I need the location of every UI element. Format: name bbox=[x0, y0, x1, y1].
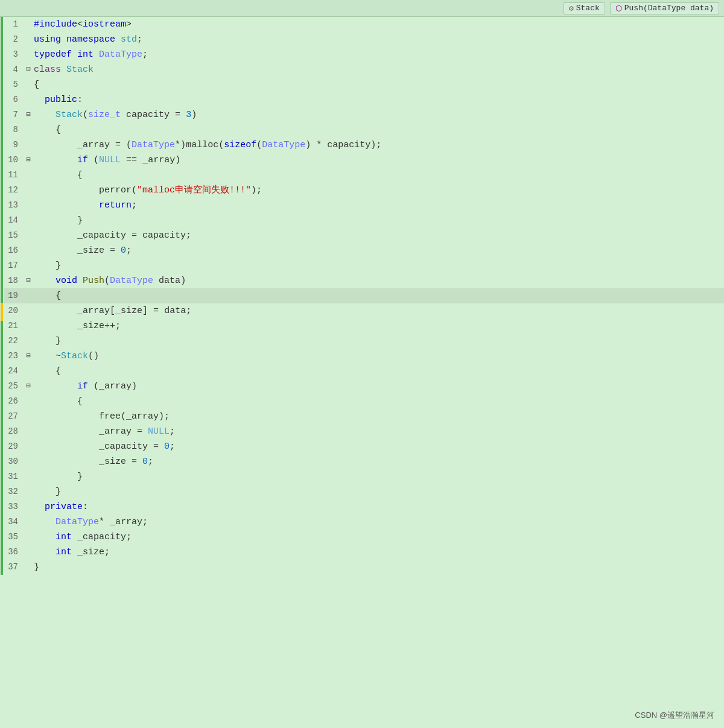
code-line-1: 1 #include<iostream> bbox=[4, 17, 724, 32]
code-line-20: 20 _array[_size] = data; bbox=[4, 303, 724, 318]
code-line-7: 7 ⊟ Stack(size_t capacity = 3) bbox=[4, 107, 724, 122]
code-line-28: 28 _array = NULL; bbox=[4, 424, 724, 439]
code-line-10: 10 ⊟ if (NULL == _array) bbox=[4, 153, 724, 168]
code-line-12: 12 perror("malloc申请空间失败!!!"); bbox=[4, 183, 724, 198]
top-bar: ⚙ Stack ⬡ Push(DataType data) bbox=[0, 0, 724, 17]
code-line-27: 27 free(_array); bbox=[4, 409, 724, 424]
code-line-31: 31 } bbox=[4, 469, 724, 484]
code-line-8: 8 { bbox=[4, 122, 724, 138]
editor-container: ⚙ Stack ⬡ Push(DataType data) 1 #include… bbox=[0, 0, 724, 728]
code-line-36: 36 int _size; bbox=[4, 545, 724, 560]
code-line-35: 35 int _capacity; bbox=[4, 530, 724, 545]
code-line-13: 13 return; bbox=[4, 198, 724, 213]
code-line-15: 15 _capacity = capacity; bbox=[4, 228, 724, 243]
stack-icon: ⚙ bbox=[569, 4, 574, 13]
code-line-16: 16 _size = 0; bbox=[4, 243, 724, 258]
code-line-19: 19 { bbox=[4, 288, 724, 303]
method-icon: ⬡ bbox=[615, 4, 622, 13]
code-line-2: 2 using namespace std; bbox=[4, 32, 724, 47]
code-line-24: 24 { bbox=[4, 364, 724, 379]
code-line-33: 33 private: bbox=[4, 499, 724, 514]
code-line-4: 4 ⊟ class Stack bbox=[4, 62, 724, 77]
code-line-25: 25 ⊟ if (_array) bbox=[4, 379, 724, 394]
code-line-23: 23 ⊟ ~Stack() bbox=[4, 349, 724, 364]
code-lines-container: 1 #include<iostream> 2 using namespace s… bbox=[4, 17, 724, 575]
tab-stack-label: Stack bbox=[576, 4, 600, 13]
code-line-9: 9 _array = (DataType*)malloc(sizeof(Data… bbox=[4, 138, 724, 153]
code-line-3: 3 typedef int DataType; bbox=[4, 47, 724, 62]
tab-push-method[interactable]: ⬡ Push(DataType data) bbox=[610, 2, 719, 14]
code-editor: 1 #include<iostream> 2 using namespace s… bbox=[0, 17, 724, 575]
code-line-17: 17 } bbox=[4, 258, 724, 273]
yellow-indicator-bar bbox=[1, 303, 3, 321]
code-line-26: 26 { bbox=[4, 394, 724, 409]
code-line-6: 6 public: bbox=[4, 92, 724, 107]
tab-stack[interactable]: ⚙ Stack bbox=[564, 2, 605, 14]
code-line-18: 18 ⊟ void Push(DataType data) bbox=[4, 273, 724, 288]
code-line-11: 11 { bbox=[4, 168, 724, 183]
code-line-32: 32 } bbox=[4, 484, 724, 499]
left-margin bbox=[0, 17, 4, 575]
code-line-21: 21 _size++; bbox=[4, 318, 724, 334]
code-line-37: 37 } bbox=[4, 560, 724, 575]
green-indicator-bar bbox=[1, 17, 3, 575]
watermark: CSDN @遥望浩瀚星河 bbox=[635, 710, 714, 721]
code-line-30: 30 _size = 0; bbox=[4, 454, 724, 469]
code-line-34: 34 DataType* _array; bbox=[4, 514, 724, 530]
code-line-5: 5 { bbox=[4, 77, 724, 92]
code-line-14: 14 } bbox=[4, 213, 724, 228]
code-line-29: 29 _capacity = 0; bbox=[4, 439, 724, 454]
tab-push-label: Push(DataType data) bbox=[624, 4, 714, 13]
code-line-22: 22 } bbox=[4, 334, 724, 349]
